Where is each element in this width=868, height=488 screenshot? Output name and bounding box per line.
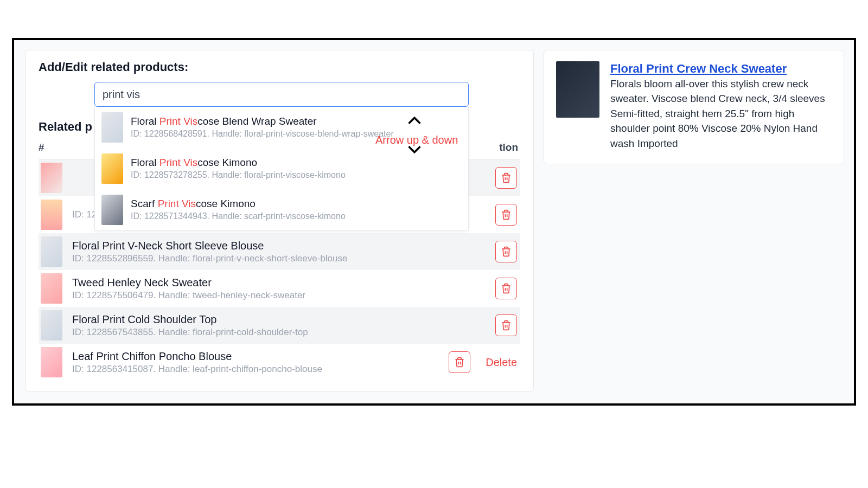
- row-name: Floral Print Cold Shoulder Top: [72, 312, 486, 326]
- trash-icon: [501, 320, 512, 331]
- trash-icon: [501, 283, 512, 294]
- product-thumb: [41, 273, 62, 304]
- delete-button[interactable]: [495, 314, 517, 336]
- annotation-delete-label: Delete: [486, 356, 517, 369]
- table-row[interactable]: Floral Print V-Neck Short Sleeve Blouse …: [39, 233, 520, 270]
- panel-title: Add/Edit related products:: [39, 60, 520, 74]
- row-meta: ID: 1228567543855. Handle: floral-print-…: [72, 326, 486, 338]
- search-wrap: Floral Print Viscose Blend Wrap Sweater …: [94, 82, 469, 107]
- row-meta: ID: 1228575506479. Handle: tweed-henley-…: [72, 290, 486, 301]
- trash-icon: [501, 246, 512, 257]
- related-products-panel: Add/Edit related products: Floral Print …: [25, 50, 534, 391]
- suggestion-item[interactable]: Floral Print Viscose Kimono ID: 12285732…: [95, 148, 468, 189]
- product-thumb: [101, 112, 123, 143]
- delete-button[interactable]: [495, 241, 517, 262]
- delete-button[interactable]: [449, 351, 470, 373]
- suggestion-item[interactable]: Scarf Print Viscose Kimono ID: 122857134…: [95, 189, 468, 230]
- product-thumb: [41, 163, 62, 193]
- app-frame: Add/Edit related products: Floral Print …: [12, 38, 856, 406]
- product-preview-panel: Floral Print Crew Neck Sweater Florals b…: [544, 50, 844, 164]
- table-row[interactable]: Leaf Print Chiffon Poncho Blouse ID: 122…: [39, 344, 520, 381]
- product-description: Florals bloom all-over this stylish crew…: [610, 76, 832, 151]
- suggestion-meta: ID: 1228571344943. Handle: scarf-print-v…: [131, 211, 346, 222]
- table-row[interactable]: Floral Print Cold Shoulder Top ID: 12285…: [39, 307, 520, 344]
- product-thumb: [101, 195, 123, 225]
- product-title-link[interactable]: Floral Print Crew Neck Sweater: [610, 62, 787, 75]
- suggestion-meta: ID: 1228568428591. Handle: floral-print-…: [131, 129, 394, 140]
- row-name: Leaf Print Chiffon Poncho Blouse: [72, 349, 439, 363]
- product-thumb: [41, 310, 62, 341]
- trash-icon: [501, 172, 512, 183]
- suggestion-item[interactable]: Floral Print Viscose Blend Wrap Sweater …: [95, 107, 468, 148]
- col-hash: #: [39, 142, 82, 153]
- product-thumb: [41, 347, 62, 377]
- search-suggestions-dropdown: Floral Print Viscose Blend Wrap Sweater …: [94, 107, 469, 231]
- product-thumb: [41, 200, 62, 230]
- row-meta: ID: 1228563415087. Handle: leaf-print-ch…: [72, 363, 439, 375]
- suggestion-name: Scarf Print Viscose Kimono: [131, 197, 346, 211]
- search-input[interactable]: [94, 82, 469, 107]
- product-thumb: [101, 153, 123, 184]
- trash-icon: [454, 357, 465, 368]
- delete-button[interactable]: [495, 278, 517, 299]
- row-meta: ID: 1228552896559. Handle: floral-print-…: [72, 253, 486, 264]
- row-name: Tweed Henley Neck Sweater: [72, 275, 486, 290]
- suggestion-name: Floral Print Viscose Blend Wrap Sweater: [131, 115, 394, 129]
- row-name: Floral Print V-Neck Short Sleeve Blouse: [72, 239, 486, 253]
- table-row[interactable]: Tweed Henley Neck Sweater ID: 1228575506…: [39, 270, 520, 307]
- delete-button[interactable]: [495, 167, 517, 189]
- suggestion-name: Floral Print Viscose Kimono: [131, 156, 346, 170]
- product-thumb: [556, 61, 599, 118]
- product-thumb: [41, 236, 62, 267]
- suggestion-meta: ID: 1228573278255. Handle: floral-print-…: [131, 170, 346, 181]
- trash-icon: [501, 209, 512, 220]
- delete-button[interactable]: [495, 204, 517, 226]
